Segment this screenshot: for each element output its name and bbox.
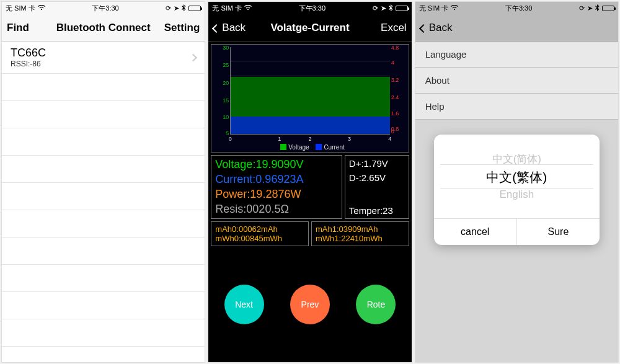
y-right-tick: 2.4: [391, 94, 407, 100]
list-item: [2, 128, 205, 156]
setting-button[interactable]: Setting: [156, 22, 200, 34]
list-item: [2, 156, 205, 183]
location-icon: ➤: [381, 4, 386, 12]
excel-button[interactable]: Excel: [363, 22, 407, 34]
carrier-text: 无 SIM 卡: [212, 4, 242, 13]
x-tick: 2: [308, 136, 311, 142]
language-picker[interactable]: 中文(简体) 中文(繁体) English: [434, 135, 600, 218]
prev-button[interactable]: Prev: [290, 285, 330, 324]
y-left-tick: 15: [213, 97, 229, 104]
x-tick: 0: [229, 136, 232, 142]
voltage-current-chart: 30 25 20 15 10 5 4.8 4 3.2 2.4 1.6 0.8 0…: [211, 44, 409, 153]
y-left-tick: 5: [213, 130, 229, 136]
battery-icon: [602, 6, 614, 11]
y-right-tick: 4: [391, 60, 407, 66]
next-button[interactable]: Next: [224, 285, 264, 324]
mah0: mAh0:00062mAh: [215, 224, 304, 234]
nav-bar: Back Volatge-Current Excel: [208, 14, 411, 42]
list-item: [2, 265, 205, 292]
status-time: 下午3:30: [45, 4, 166, 13]
carrier-text: 无 SIM 卡: [419, 4, 449, 13]
legend-swatch-current: [316, 144, 322, 150]
setting-help[interactable]: Help: [415, 94, 618, 120]
accumulator-0: mAh0:00062mAh mWh0:00845mWh: [211, 221, 309, 246]
mah1: mAh1:03909mAh: [316, 224, 405, 234]
find-button[interactable]: Find: [7, 22, 50, 34]
y-left-tick: 20: [213, 80, 229, 86]
language-picker-dialog: 中文(简体) 中文(繁体) English cancel Sure: [434, 135, 600, 245]
status-time: 下午3:30: [458, 4, 579, 13]
device-name: TC66C: [11, 47, 196, 60]
dplus-reading: D+:1.79V: [349, 158, 405, 169]
current-reading: Current:0.96923A: [215, 173, 338, 186]
orientation-lock-icon: ⟳: [166, 4, 171, 12]
device-row[interactable]: TC66C RSSI:-86: [2, 42, 205, 74]
back-button[interactable]: Back: [420, 22, 464, 34]
list-item: [2, 319, 205, 347]
dminus-reading: D-:2.65V: [349, 172, 405, 183]
button-row: Next Prev Rote: [211, 249, 409, 360]
list-item: [2, 101, 205, 128]
setting-about[interactable]: About: [415, 68, 618, 94]
back-button[interactable]: Back: [213, 22, 257, 34]
dline-panel: D+:1.79V D-:2.65V Temper:23: [345, 155, 409, 219]
screen-bluetooth-connect: 无 SIM 卡 下午3:30 ⟳ ➤ Find Bluetooth Connec…: [1, 1, 205, 363]
readings-panel: Voltage:19.9090V Current:0.96923A Power:…: [211, 155, 342, 219]
wifi-icon: [451, 4, 458, 12]
current-series: [231, 117, 389, 134]
screen-settings: 无 SIM 卡 下午3:30 ⟳ ➤ Back Language About H…: [415, 1, 619, 363]
battery-icon: [188, 6, 201, 11]
picker-option[interactable]: English: [499, 189, 534, 201]
y-left-tick: 25: [213, 62, 229, 68]
temperature-reading: Temper:23: [349, 205, 405, 216]
y-right-tick: 4.8: [391, 45, 407, 51]
list-item: [2, 210, 205, 237]
voltage-reading: Voltage:19.9090V: [215, 158, 338, 171]
list-item: [2, 292, 205, 319]
setting-language[interactable]: Language: [415, 42, 618, 68]
bluetooth-icon: [595, 4, 600, 12]
power-reading: Power:19.2876W: [215, 188, 338, 201]
wifi-icon: [244, 4, 252, 12]
y-right-tick: 3.2: [391, 77, 407, 83]
picker-option[interactable]: 中文(简体): [492, 152, 541, 166]
status-bar: 无 SIM 卡 下午3:30 ⟳ ➤: [208, 2, 411, 14]
y-left-tick: 10: [213, 114, 229, 120]
list-item: [2, 74, 205, 101]
page-title: Bluetooth Connect: [50, 22, 156, 34]
cancel-button[interactable]: cancel: [434, 219, 517, 245]
legend-swatch-voltage: [280, 144, 286, 150]
status-bar: 无 SIM 卡 下午3:30 ⟳ ➤: [2, 2, 205, 14]
status-time: 下午3:30: [252, 4, 373, 13]
screen-voltage-current: 无 SIM 卡 下午3:30 ⟳ ➤ Back Volatge-Current …: [208, 1, 412, 363]
list-item: [2, 237, 205, 265]
accumulator-1: mAh1:03909mAh mWh1:22410mWh: [311, 221, 409, 246]
picker-option-selected[interactable]: 中文(繁体): [486, 169, 547, 186]
bluetooth-icon: [182, 4, 186, 12]
y-right-tick: 0: [391, 128, 407, 135]
resistance-reading: Resis:0020.5Ω: [215, 203, 338, 216]
x-tick: 4: [388, 136, 391, 142]
battery-icon: [396, 6, 408, 11]
nav-bar: Find Bluetooth Connect Setting: [2, 14, 205, 42]
sure-button[interactable]: Sure: [517, 219, 600, 245]
x-tick: 1: [278, 136, 281, 142]
mwh0: mWh0:00845mWh: [215, 234, 304, 243]
chart-legend: Voltage Current: [211, 144, 408, 151]
bluetooth-icon: [389, 4, 393, 12]
chevron-left-icon: [419, 24, 428, 32]
location-icon: ➤: [174, 4, 179, 12]
orientation-lock-icon: ⟳: [579, 4, 585, 12]
list-item: [2, 183, 205, 210]
mwh1: mWh1:22410mWh: [316, 234, 405, 243]
location-icon: ➤: [587, 4, 593, 12]
device-list: TC66C RSSI:-86: [2, 42, 205, 362]
y-right-tick: 1.6: [391, 110, 407, 117]
x-tick: 3: [348, 136, 351, 142]
rote-button[interactable]: Rote: [356, 285, 396, 324]
wifi-icon: [38, 4, 45, 12]
chevron-left-icon: [212, 24, 221, 32]
y-left-tick: 30: [213, 45, 229, 51]
orientation-lock-icon: ⟳: [373, 4, 378, 12]
device-rssi: RSSI:-86: [11, 60, 196, 68]
